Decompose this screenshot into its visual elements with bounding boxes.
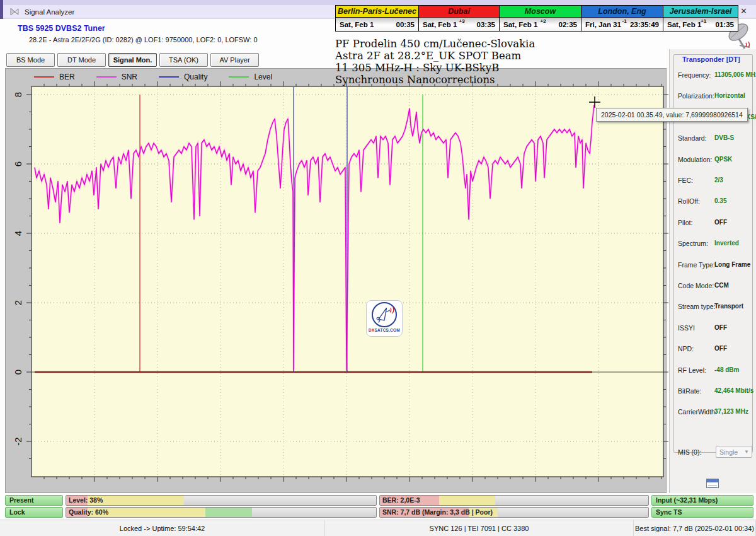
clock-date: Fri, Jan 31 xyxy=(585,21,621,28)
legend-label: Level xyxy=(254,73,272,81)
mis-selected-value: Single xyxy=(719,448,738,456)
mis-select[interactable]: Single ▼ xyxy=(716,446,752,458)
clock-utc-offset: +2 xyxy=(541,18,546,24)
satellite-dish-icon xyxy=(9,7,20,17)
clock-date: Sat, Feb 1 xyxy=(667,21,701,28)
save-icon xyxy=(706,479,719,488)
transponder-row-label: Polarization: xyxy=(678,92,714,100)
transponder-row-label: RollOff: xyxy=(678,197,700,205)
statusbar-segment-1: Locked -> Uptime: 59:54:42 xyxy=(0,520,325,536)
clock-city-header: Dubai xyxy=(419,6,499,18)
transponder-row-label: Standard: xyxy=(678,134,707,142)
legend-line-swatch-icon xyxy=(229,76,249,78)
annotation-line-3: 11 305 MHz-H : Sky UK-BSkyB xyxy=(335,62,535,74)
transponder-row-label: Modulation: xyxy=(678,156,712,163)
clock-time: 00:35 xyxy=(396,21,415,28)
mis-label: MIS (0): xyxy=(678,448,701,456)
world-clock-2: DubaiSat, Feb 1+303:35 xyxy=(419,6,500,31)
clock-time-row: Sat, Feb 1+202:35 xyxy=(500,18,581,31)
legend-item-ber: BER xyxy=(34,73,75,81)
progress-bar-segment xyxy=(439,496,495,505)
transponder-row-label: CarrierWidth: xyxy=(678,408,717,416)
transponder-row-value: 37,123 MHz xyxy=(714,408,748,415)
status-pill-input: Input (~32,31 Mbps) xyxy=(651,495,753,506)
mode-button-av-player[interactable]: AV Player xyxy=(210,53,259,67)
annotation-line-2: Astra 2F at 28.2°E_UK SPOT Beam xyxy=(335,50,535,62)
clock-utc-offset: +1 xyxy=(701,18,706,24)
background-window-strip xyxy=(0,0,756,5)
clock-date: Sat, Feb 1 xyxy=(340,21,374,28)
clock-city-header: Jerusalem-Israel xyxy=(663,6,738,18)
transponder-row-label: BitRate: xyxy=(678,387,701,395)
mode-toolbar: BS ModeDT ModeSignal Mon.TSA (OK)AV Play… xyxy=(6,53,259,67)
clock-time-row: Sat, Feb 1+303:35 xyxy=(419,18,499,31)
transponder-row-label: RF Level: xyxy=(678,366,706,374)
clock-time: 23:35:49 xyxy=(630,21,659,28)
transponder-row-label: Code Mode: xyxy=(678,282,714,289)
progress-bar-label: BER: 2,0E-3 xyxy=(382,496,420,505)
legend-label: BER xyxy=(59,73,75,81)
transponder-row-label: Spectrum: xyxy=(678,240,708,247)
clock-utc-offset: -1 xyxy=(622,18,627,24)
progress-bar-label: Level: 38% xyxy=(69,496,103,505)
dxsatcs-logo: DXSATCS.COM xyxy=(366,300,403,337)
clock-city-header: Moscow xyxy=(500,6,581,18)
legend-item-level: Level xyxy=(229,73,272,81)
chart-legend: BERSNRQualityLevel xyxy=(34,73,272,81)
mode-button-tsa-ok[interactable]: TSA (OK) xyxy=(159,53,208,67)
transponder-row-value: DVB-S xyxy=(714,134,734,141)
progress-bar-snr: SNR: 7,7 dB (Margin: 3,3 dB | Poor) xyxy=(379,507,649,518)
transponder-row-value: Transport xyxy=(714,303,743,310)
dxsatcs-logo-ring xyxy=(372,302,397,327)
transponder-row-label: NPD: xyxy=(678,345,694,352)
legend-item-quality: Quality xyxy=(159,73,207,81)
transponder-row-label: ISSYI xyxy=(678,324,695,332)
legend-line-swatch-icon xyxy=(96,76,117,78)
statusbar-segment-3: Best signal: 7,7 dB (2025-02-01 00:34) xyxy=(634,520,756,536)
annotation-text: PF Prodelin 450 cm/Lučenec-SlovakiaAstra… xyxy=(335,38,535,86)
world-clock-1: Berlin-Paris-LučenecSat, Feb 100:35 xyxy=(336,6,419,31)
dxsatcs-logo-text: DXSATCS.COM xyxy=(367,328,402,332)
transponder-row-value: OFF xyxy=(714,219,727,226)
mode-button-dt-mode[interactable]: DT Mode xyxy=(57,53,106,67)
legend-line-swatch-icon xyxy=(159,76,179,78)
chart-tooltip: 2025-02-01 00.35.49, value: 7,6999998092… xyxy=(596,108,748,122)
progress-bar-segment xyxy=(205,508,252,517)
transponder-row-value: 11305,006 MHz xyxy=(714,71,756,78)
clock-utc-offset: +3 xyxy=(459,18,465,24)
annotation-line-1: PF Prodelin 450 cm/Lučenec-Slovakia xyxy=(335,38,535,50)
status-pill-lock: Lock xyxy=(5,507,63,518)
mode-button-bs-mode[interactable]: BS Mode xyxy=(6,53,55,67)
clock-time: 03:35 xyxy=(477,21,495,28)
save-button[interactable] xyxy=(701,475,724,491)
clock-city-header: Berlin-Paris-Lučenec xyxy=(336,6,418,18)
transponder-row-label: Frame Type: xyxy=(678,261,715,269)
transponder-row-value: CCM xyxy=(714,282,729,289)
world-clocks: Berlin-Paris-LučenecSat, Feb 100:35Dubai… xyxy=(335,5,738,32)
chevron-down-icon: ▼ xyxy=(744,449,749,455)
transponder-row-value: QPSK xyxy=(714,156,732,163)
chart-panel: BERSNRQualityLevel xyxy=(5,68,667,493)
transponder-row-value: Horizontal xyxy=(714,92,745,99)
clock-time-row: Sat, Feb 100:35 xyxy=(336,18,418,31)
mode-button-signal-mon[interactable]: Signal Mon. xyxy=(108,53,157,67)
progress-bar-level: Level: 38% xyxy=(66,495,377,506)
clock-time: 01:35 xyxy=(716,21,734,28)
transponder-row-label: FEC: xyxy=(678,177,693,184)
transponder-row-label: Stream type: xyxy=(678,303,716,310)
transponder-row-value: Long Frame xyxy=(714,261,750,268)
clock-time: 02:35 xyxy=(559,21,577,28)
close-button[interactable]: ✕ xyxy=(740,6,747,16)
crosshair-cursor-icon xyxy=(588,96,601,108)
legend-label: Quality xyxy=(184,73,207,81)
tuner-title: TBS 5925 DVBS2 Tuner xyxy=(18,24,105,33)
statusbar-segment-2: SYNC 126 | TEI 7091 | CC 3380 xyxy=(325,520,634,536)
clock-city-header: London, Eng xyxy=(581,6,663,18)
transponder-row-value: 42,464 Mbit/s xyxy=(714,387,753,394)
tuner-subtitle: 28.2E - Astra 2E/2F/2G (ID: 0282) @ LOF1… xyxy=(29,36,258,44)
transponder-row-value: Inverted xyxy=(714,240,739,247)
transponder-row-value: -48 dBm xyxy=(714,366,739,373)
world-clock-3: MoscowSat, Feb 1+202:35 xyxy=(500,6,581,31)
clock-date: Sat, Feb 1 xyxy=(503,21,537,28)
clock-date: Sat, Feb 1 xyxy=(423,21,457,28)
